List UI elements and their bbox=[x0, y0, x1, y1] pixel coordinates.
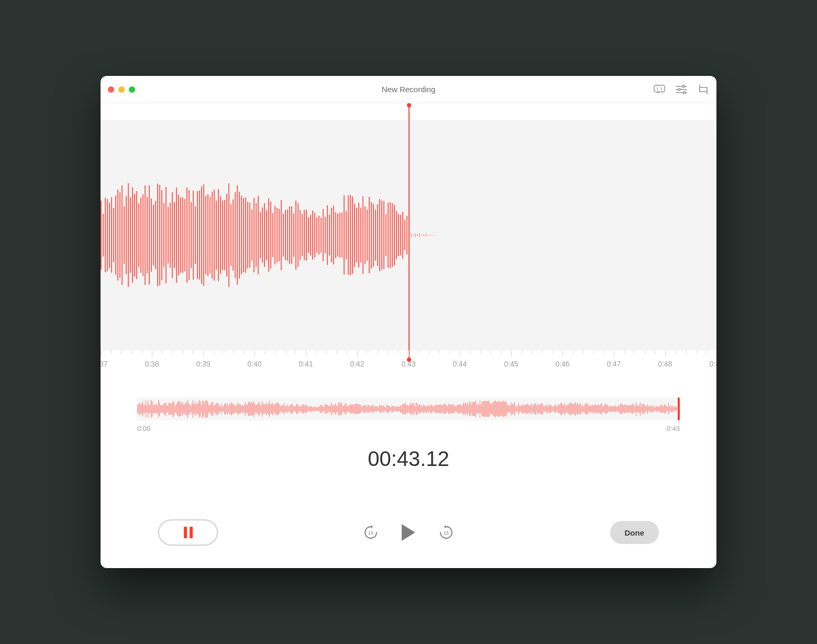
svg-rect-0 bbox=[654, 85, 665, 92]
overview-waveform[interactable] bbox=[137, 397, 680, 420]
svg-point-10 bbox=[683, 92, 686, 94]
window-zoom-button[interactable] bbox=[129, 86, 135, 93]
svg-text:15: 15 bbox=[444, 530, 449, 536]
skip-back-15-button[interactable]: 15 bbox=[363, 525, 379, 540]
window-minimize-button[interactable] bbox=[118, 86, 125, 93]
waveform-main[interactable] bbox=[101, 120, 716, 350]
voice-memos-window: New Recording bbox=[101, 76, 716, 568]
ruler-label: 0:46 bbox=[555, 360, 569, 368]
done-button[interactable]: Done bbox=[610, 521, 659, 544]
pause-button[interactable] bbox=[158, 519, 218, 546]
overview-section: 0:00 0:43 bbox=[137, 397, 680, 432]
titlebar-actions bbox=[654, 84, 709, 95]
playhead[interactable] bbox=[408, 105, 410, 360]
ruler-label: 0:47 bbox=[606, 360, 621, 368]
pause-icon bbox=[184, 527, 193, 538]
svg-point-2 bbox=[657, 88, 658, 90]
svg-text:15: 15 bbox=[368, 530, 373, 536]
ruler-label: 0:45 bbox=[504, 360, 518, 368]
svg-point-9 bbox=[678, 88, 680, 91]
controls-row: 15 15 Done bbox=[101, 505, 716, 568]
playback-controls: 15 15 bbox=[363, 524, 454, 541]
ruler-label: 0:38 bbox=[145, 360, 159, 368]
ruler-label: 0:44 bbox=[452, 360, 467, 368]
ruler-label: 0:40 bbox=[247, 360, 261, 368]
window-close-button[interactable] bbox=[108, 86, 114, 93]
ruler-label: 0:49 bbox=[709, 360, 716, 368]
trim-icon[interactable] bbox=[698, 84, 709, 95]
overview-end-time: 0:43 bbox=[667, 425, 680, 432]
overview-times: 0:00 0:43 bbox=[137, 425, 680, 432]
elapsed-time: 00:43.12 bbox=[101, 447, 716, 471]
playback-settings-icon[interactable] bbox=[676, 84, 687, 95]
svg-point-8 bbox=[682, 85, 684, 87]
timeline-ruler[interactable]: 0:370:380:390:400:410:420:430:440:450:46… bbox=[101, 350, 716, 372]
ruler-label: 0:39 bbox=[196, 360, 210, 368]
ruler-ticks bbox=[101, 350, 716, 358]
svg-point-3 bbox=[661, 87, 662, 88]
ruler-label: 0:41 bbox=[299, 360, 313, 368]
ruler-label: 0:48 bbox=[658, 360, 672, 368]
overview-cursor[interactable] bbox=[678, 397, 680, 420]
transcription-icon[interactable] bbox=[654, 84, 665, 95]
svg-point-1 bbox=[657, 87, 658, 88]
titlebar: New Recording bbox=[101, 76, 716, 103]
traffic-lights bbox=[108, 86, 135, 93]
ruler-label: 0:42 bbox=[350, 360, 364, 368]
svg-point-4 bbox=[661, 88, 662, 90]
window-title: New Recording bbox=[101, 85, 716, 94]
play-button[interactable] bbox=[401, 524, 416, 541]
overview-start-time: 0:00 bbox=[137, 425, 150, 432]
ruler-label: 0:43 bbox=[401, 360, 415, 368]
ruler-label: 0:37 bbox=[101, 360, 108, 368]
skip-forward-15-button[interactable]: 15 bbox=[438, 525, 454, 540]
